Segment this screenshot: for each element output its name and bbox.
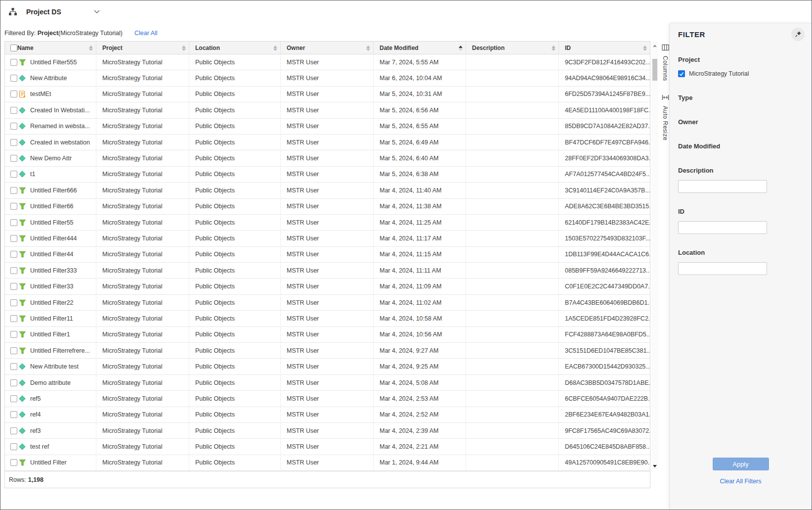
location-cell: Public Objects xyxy=(189,278,281,294)
tab-columns[interactable]: Columns xyxy=(662,44,669,81)
row-checkbox[interactable] xyxy=(10,123,17,130)
row-checkbox[interactable] xyxy=(10,443,17,450)
chevron-down-icon[interactable] xyxy=(94,10,100,14)
id-field[interactable] xyxy=(678,221,767,234)
column-header-id[interactable]: ID xyxy=(559,42,650,54)
table-row[interactable]: Untitled Filter11MicroStrategy TutorialP… xyxy=(5,311,650,326)
table-row[interactable]: ref4MicroStrategy TutorialPublic Objects… xyxy=(5,407,650,423)
column-header-description[interactable]: Description xyxy=(466,42,559,54)
table-row[interactable]: t1MicroStrategy TutorialPublic ObjectsMS… xyxy=(5,167,650,183)
owner-cell: MSTR User xyxy=(281,183,374,198)
sort-arrows-icon[interactable] xyxy=(273,46,277,51)
row-checkbox[interactable] xyxy=(10,411,17,418)
table-row[interactable]: New AttributeMicroStrategy TutorialPubli… xyxy=(5,70,650,86)
row-checkbox[interactable] xyxy=(10,203,17,210)
sort-arrows-icon[interactable] xyxy=(459,46,463,51)
row-checkbox[interactable] xyxy=(10,267,17,274)
table-row[interactable]: New Demo AttrMicroStrategy TutorialPubli… xyxy=(5,150,650,166)
table-row[interactable]: Demo attributeMicroStrategy TutorialPubl… xyxy=(5,375,650,391)
filter-icon xyxy=(18,315,26,323)
row-checkbox[interactable] xyxy=(10,363,17,370)
name-cell: Untitled Filter xyxy=(17,455,96,470)
row-checkbox[interactable] xyxy=(10,331,17,338)
table-row[interactable]: Untitled Filter22MicroStrategy TutorialP… xyxy=(5,295,650,311)
clear-all-link[interactable]: Clear All xyxy=(134,30,158,37)
scroll-up-icon[interactable] xyxy=(651,42,658,49)
table-row[interactable]: ref3MicroStrategy TutorialPublic Objects… xyxy=(5,423,650,439)
table-row[interactable]: Created In Webstati...MicroStrategy Tuto… xyxy=(5,102,650,118)
row-checkbox[interactable] xyxy=(10,283,17,290)
column-header-location[interactable]: Location xyxy=(189,42,281,54)
row-checkbox[interactable] xyxy=(10,315,17,322)
sort-arrows-icon[interactable] xyxy=(182,46,186,51)
table-row[interactable]: Untitled Filter333MicroStrategy Tutorial… xyxy=(5,263,650,278)
description-field[interactable] xyxy=(678,180,767,193)
attribute-icon xyxy=(18,154,26,162)
row-checkbox[interactable] xyxy=(10,187,17,194)
project-cell: MicroStrategy Tutorial xyxy=(96,455,189,470)
table-row[interactable]: testMEtMicroStrategy TutorialPublic Obje… xyxy=(5,87,650,102)
id-cell: 1503E5702275493D832103F... xyxy=(559,231,650,246)
table-row[interactable]: Untitled Filter44MicroStrategy TutorialP… xyxy=(5,247,650,263)
row-checkbox[interactable] xyxy=(10,379,17,386)
row-checkbox[interactable] xyxy=(10,171,17,178)
sort-arrows-icon[interactable] xyxy=(552,46,556,51)
location-cell: Public Objects xyxy=(189,247,281,262)
scrollbar-thumb[interactable] xyxy=(652,59,657,81)
table-row[interactable]: Untitled Filter666MicroStrategy Tutorial… xyxy=(5,183,650,198)
apply-button[interactable]: Apply xyxy=(713,458,769,470)
table-row[interactable]: Untitled Filter66MicroStrategy TutorialP… xyxy=(5,199,650,215)
pin-button[interactable] xyxy=(791,28,805,41)
row-checkbox[interactable] xyxy=(10,75,17,82)
table-row[interactable]: Untitled Filter444MicroStrategy Tutorial… xyxy=(5,231,650,246)
row-checkbox[interactable] xyxy=(10,427,17,434)
date-modified-cell: Mar 4, 2024, 2:53 AM xyxy=(374,391,466,406)
column-header-date-modified[interactable]: Date Modified xyxy=(374,42,466,54)
row-checkbox[interactable] xyxy=(10,459,17,466)
column-header-owner[interactable]: Owner xyxy=(281,42,374,54)
row-checkbox[interactable] xyxy=(10,59,17,66)
row-checkbox[interactable] xyxy=(10,347,17,354)
checked-checkbox-icon[interactable] xyxy=(678,70,685,77)
table-row[interactable]: Untitled Filter55MicroStrategy TutorialP… xyxy=(5,215,650,231)
project-cell: MicroStrategy Tutorial xyxy=(96,183,189,198)
sort-arrows-icon[interactable] xyxy=(643,46,647,51)
object-name: Untitled Filter44 xyxy=(30,251,74,258)
row-checkbox[interactable] xyxy=(10,251,17,258)
clear-all-filters-link[interactable]: Clear All Filters xyxy=(720,478,761,485)
row-checkbox[interactable] xyxy=(10,139,17,146)
description-cell xyxy=(466,54,559,70)
tab-auto-resize[interactable]: Auto Resize xyxy=(662,94,669,140)
row-checkbox[interactable] xyxy=(10,107,17,114)
table-row[interactable]: New Attribute testMicroStrategy Tutorial… xyxy=(5,359,650,374)
description-cell xyxy=(466,359,559,374)
row-checkbox[interactable] xyxy=(10,91,17,97)
table-row[interactable]: ref5MicroStrategy TutorialPublic Objects… xyxy=(5,391,650,407)
scroll-down-icon[interactable] xyxy=(651,463,658,469)
location-field[interactable] xyxy=(678,262,767,275)
table-row[interactable]: Untitled Filter555MicroStrategy Tutorial… xyxy=(5,54,650,70)
row-checkbox[interactable] xyxy=(10,395,17,402)
column-header-project[interactable]: Project xyxy=(96,42,189,54)
table-row[interactable]: Created in webstationMicroStrategy Tutor… xyxy=(5,135,650,150)
row-checkbox[interactable] xyxy=(10,219,17,226)
filter-project-option[interactable]: MicroStrategy Tutorial xyxy=(678,70,803,77)
date-modified-cell: Mar 4, 2024, 11:02 AM xyxy=(374,295,466,310)
table-row[interactable]: Untitled Filter33MicroStrategy TutorialP… xyxy=(5,278,650,294)
row-checkbox[interactable] xyxy=(10,299,17,306)
table-row[interactable]: Untitled Filter1MicroStrategy TutorialPu… xyxy=(5,327,650,343)
sort-arrows-icon[interactable] xyxy=(366,46,370,51)
project-cell: MicroStrategy Tutorial xyxy=(96,407,189,422)
row-checkbox[interactable] xyxy=(10,235,17,242)
select-all-checkbox[interactable] xyxy=(10,45,17,51)
column-header-name[interactable]: Name xyxy=(17,42,96,54)
table-row[interactable]: Untitled Filterrefrere...MicroStrategy T… xyxy=(5,343,650,359)
object-name: t1 xyxy=(30,171,35,178)
table-row[interactable]: test refMicroStrategy TutorialPublic Obj… xyxy=(5,439,650,455)
sort-arrows-icon[interactable] xyxy=(89,46,93,51)
location-cell: Public Objects xyxy=(189,439,281,454)
row-checkbox[interactable] xyxy=(10,155,17,162)
table-row[interactable]: Renamed in websta...MicroStrategy Tutori… xyxy=(5,119,650,135)
table-scrollbar[interactable] xyxy=(651,42,658,469)
table-row[interactable]: Untitled FilterMicroStrategy TutorialPub… xyxy=(5,455,650,471)
